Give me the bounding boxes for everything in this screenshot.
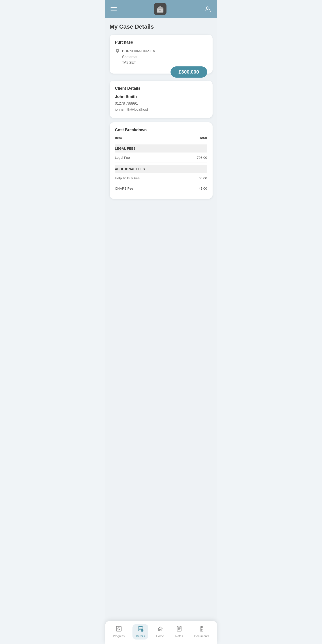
details-icon: ✓ [138, 626, 143, 633]
documents-icon [199, 626, 204, 633]
notes-icon [176, 626, 182, 633]
svg-text:✓: ✓ [141, 630, 143, 632]
nav-label-progress: Progress [113, 634, 125, 638]
cost-item-legal-fee-name: Legal Fee [115, 156, 130, 160]
cost-row-help-to-buy: Help To Buy Fee 60.00 [115, 173, 207, 183]
user-profile-button[interactable] [204, 5, 212, 13]
location-icon [115, 49, 120, 56]
client-section-title: Client Details [115, 86, 207, 91]
client-email: johnsmith@localhost [115, 106, 207, 112]
main-content: My Case Details Purchase BURNHAM-ON-SEA … [105, 18, 217, 644]
nav-item-home[interactable]: Home [153, 624, 168, 640]
app-logo [154, 3, 166, 15]
property-address: BURNHAM-ON-SEA Somerset TA8 2ET [122, 48, 155, 66]
nav-label-details: Details [136, 634, 145, 638]
svg-rect-6 [161, 8, 161, 9]
svg-rect-4 [160, 10, 161, 11]
legal-fees-section-header: LEGAL FEES [115, 144, 207, 152]
svg-marker-2 [157, 6, 164, 9]
svg-rect-23 [178, 626, 181, 627]
cost-item-chaps-name: CHAPS Fee [115, 186, 133, 190]
cost-item-help-to-buy-name: Help To Buy Fee [115, 176, 140, 180]
nav-item-progress[interactable]: Progress [109, 624, 128, 640]
nav-label-notes: Notes [175, 634, 183, 638]
client-name: John Smith [115, 94, 207, 99]
cost-item-legal-fee-value: 798.00 [197, 156, 207, 160]
property-location: BURNHAM-ON-SEA Somerset TA8 2ET [115, 48, 207, 66]
svg-rect-19 [177, 626, 181, 631]
svg-point-24 [201, 630, 202, 630]
cost-row-legal-fee: Legal Fee 798.00 [115, 152, 207, 163]
cost-row-chaps: CHAPS Fee 48.00 [115, 183, 207, 194]
cost-table: Item Total LEGAL FEES Legal Fee 798.00 A… [115, 136, 207, 194]
property-card: Purchase BURNHAM-ON-SEA Somerset TA8 2ET… [110, 35, 213, 74]
nav-item-documents[interactable]: Documents [191, 624, 213, 640]
cost-item-chaps-value: 48.00 [199, 186, 207, 190]
progress-icon [116, 626, 122, 633]
col-total-header: Total [199, 136, 207, 140]
nav-label-home: Home [156, 634, 164, 638]
svg-rect-0 [157, 8, 163, 12]
client-phone: 01278 788991 [115, 100, 207, 106]
additional-fees-section-header: ADDITIONAL FEES [115, 165, 207, 173]
nav-item-notes[interactable]: Notes [172, 624, 187, 640]
cost-breakdown-card: Cost Breakdown Item Total LEGAL FEES Leg… [110, 122, 213, 199]
app-header [105, 0, 217, 18]
client-details-card: Client Details John Smith 01278 788991 j… [110, 81, 213, 118]
cost-section-title: Cost Breakdown [115, 128, 207, 132]
nav-item-details[interactable]: ✓ Details [132, 624, 149, 640]
col-item-header: Item [115, 136, 122, 140]
bottom-navigation: Progress ✓ Details Home [105, 621, 217, 644]
home-icon [157, 626, 163, 633]
page-title: My Case Details [110, 23, 213, 30]
cost-item-help-to-buy-value: 60.00 [199, 176, 207, 180]
property-type: Purchase [115, 40, 207, 45]
cost-table-header: Item Total [115, 136, 207, 142]
client-contact: 01278 788991 johnsmith@localhost [115, 100, 207, 112]
menu-button[interactable] [111, 7, 117, 11]
svg-rect-5 [159, 8, 160, 9]
property-price: £300,000 [171, 66, 207, 78]
nav-label-documents: Documents [194, 634, 209, 638]
svg-rect-3 [159, 10, 160, 11]
